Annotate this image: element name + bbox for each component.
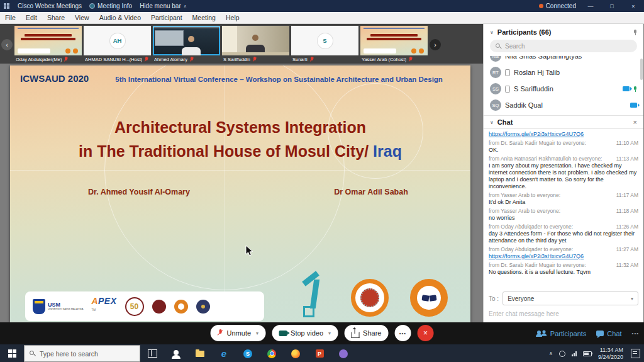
close-button[interactable]: × (626, 3, 640, 9)
chat-message: no worries (489, 215, 638, 222)
video-on-icon[interactable] (623, 86, 630, 91)
chat-input[interactable]: Enter chat message here (484, 307, 643, 322)
app-grid-icon[interactable] (4, 3, 10, 9)
taskbar-search-input[interactable]: Type here to search (24, 345, 140, 362)
taskbar-app-chrome[interactable] (260, 344, 284, 362)
chevron-down-icon[interactable]: ▾ (328, 331, 331, 336)
taskbar-app-powerpoint[interactable]: P (308, 344, 331, 362)
recipient-dropdown[interactable]: Everyone ▾ (502, 291, 638, 305)
caret-up-icon: ∧ (184, 4, 187, 9)
slide-title-line1: Architectural Systems Integration (10, 118, 470, 137)
taskbar-app-skype[interactable]: S (236, 344, 260, 362)
shared-slide-thumbnail (360, 26, 428, 55)
taskbar-app-people[interactable] (164, 344, 188, 362)
windows-logo-icon (8, 349, 16, 358)
connection-status[interactable]: Connected (539, 3, 576, 9)
avatar-tile: S (291, 26, 358, 55)
tray-expand-icon[interactable]: ∧ (549, 351, 553, 356)
connected-dot-icon (539, 4, 543, 8)
chat-recipient-row: To : Everyone ▾ (484, 288, 643, 307)
firefox-icon (291, 349, 300, 358)
menu-edit[interactable]: Edit (21, 12, 42, 23)
muted-mic-icon (309, 57, 314, 62)
participant-name: Yasser Arab (Cohost) (362, 57, 406, 62)
meeting-info-button[interactable]: Meeting Info (89, 3, 132, 9)
chevron-down-icon[interactable]: ▾ (256, 331, 258, 336)
participant-row[interactable]: RT Roslan Hj Talib (484, 64, 643, 81)
share-button[interactable]: Share (344, 325, 388, 341)
filmstrip-next-button[interactable]: › (430, 39, 441, 50)
avatar-initials: AH (110, 33, 125, 48)
taskbar-app-firefox[interactable] (284, 344, 308, 362)
chat-message: day 3 Attendees form - For those who did… (489, 230, 638, 244)
action-center-icon[interactable] (631, 349, 640, 358)
participant-name: AHMAD SANUSI H...(Host) (85, 57, 142, 62)
participant-search-input[interactable]: Search (490, 40, 637, 52)
slide-title-line2: in The Traditional House of Mosul City/ … (10, 142, 470, 161)
stop-video-button[interactable]: Stop video ▾ (272, 325, 338, 341)
participant-row[interactable]: SQ Saddik Qual (484, 97, 643, 113)
chat-panel-header[interactable]: ∨ Chat × (484, 115, 643, 129)
participant-row[interactable]: SS S Sariffuddin (484, 81, 643, 97)
task-view-button[interactable] (140, 344, 164, 362)
leave-meeting-button[interactable]: × (417, 325, 433, 341)
chat-link[interactable]: https://forms.gle/xP2i3sHxicvG4U7Q6 (489, 131, 638, 138)
video-thumb-oday[interactable]: Oday Abdulqader(Me) (14, 26, 82, 64)
taskbar-app-webex[interactable] (331, 344, 355, 362)
taskbar-clock[interactable]: 11:34 AM 9/24/2020 (598, 347, 623, 360)
network-icon[interactable] (572, 351, 577, 356)
taskbar-app-file-explorer[interactable] (188, 344, 212, 362)
menu-view[interactable]: View (70, 12, 94, 23)
more-options-button[interactable]: ••• (394, 325, 411, 341)
menu-help[interactable]: Help (221, 12, 245, 23)
tray-app-icon[interactable] (559, 351, 565, 357)
start-button[interactable] (0, 344, 24, 362)
webcam-video (153, 26, 220, 55)
hide-menu-bar-button[interactable]: Hide menu bar ∧ (140, 3, 187, 9)
logo-band: USM UNIVERSITI SAINS MALAYSIA APEXTM 50 (25, 291, 264, 321)
menu-audio-video[interactable]: Audio & Video (94, 12, 146, 23)
taskbar-app-edge[interactable]: e (212, 344, 236, 362)
video-thumb-sunarti[interactable]: S Sunarti (291, 26, 358, 64)
university-book-logo (410, 279, 448, 317)
avatar: SQ (490, 99, 501, 111)
participant-row[interactable]: NS Nila Shias Saptaningtyas (484, 56, 643, 64)
avatar-initials: S (318, 33, 333, 48)
maximize-button[interactable]: □ (605, 3, 619, 9)
panel-more-button[interactable]: ••• (632, 331, 639, 336)
emblem-logo-3 (196, 300, 210, 314)
participant-name: Ahmed Alomary (154, 57, 187, 62)
video-thumb-yasser[interactable]: Yasser Arab (Cohost) (360, 26, 428, 64)
video-thumb-ahmad-sanusi[interactable]: AH AHMAD SANUSI H...(Host) (84, 26, 151, 64)
video-thumb-sariffuddin[interactable]: S Sariffuddin (222, 26, 289, 64)
participants-panel-button[interactable]: Participants (536, 330, 586, 337)
participants-panel-header[interactable]: ∨ Participants (66) (484, 24, 643, 38)
video-on-icon[interactable] (630, 103, 637, 108)
chat-link[interactable]: https://forms.gle/xP2i3sHxicvG4U7Q6 (489, 253, 638, 260)
chat-meta: from Oday Abdulqader to everyone:11:27 A… (489, 246, 638, 253)
engineering-society-logo (351, 279, 389, 317)
minimize-button[interactable]: — (584, 3, 597, 9)
chat-message-list: https://forms.gle/xP2i3sHxicvG4U7Q6 from… (484, 129, 643, 288)
chat-panel-button[interactable]: Chat (596, 330, 621, 337)
filmstrip-prev-button[interactable]: ‹ (1, 39, 13, 50)
taskbar-search-placeholder: Type here to search (40, 350, 98, 358)
unmute-button[interactable]: Unmute ▾ (211, 325, 266, 341)
participant-name: Sunarti (292, 57, 308, 62)
side-panel: ∨ Participants (66) Search NS Nila Shias… (483, 24, 643, 322)
menu-meeting[interactable]: Meeting (187, 12, 221, 23)
mic-on-icon[interactable] (633, 86, 637, 92)
menu-file[interactable]: File (0, 12, 21, 23)
mic-icon[interactable] (633, 30, 637, 35)
usm-logo: USM UNIVERSITI SAINS MALAYSIA (33, 299, 83, 314)
chat-message: No questions. it is a useful lecture. Tq… (489, 269, 638, 276)
menu-share[interactable]: Share (42, 12, 70, 23)
scrollbar-thumb[interactable] (640, 59, 643, 80)
muted-mic-icon (189, 57, 194, 62)
battery-icon[interactable] (583, 351, 592, 356)
video-thumb-ahmed-alomary[interactable]: Ahmed Alomary (153, 26, 220, 64)
menu-participant[interactable]: Participant (146, 12, 187, 23)
close-chat-icon[interactable]: × (633, 118, 637, 126)
avatar: RT (490, 67, 501, 78)
avatar: SS (490, 83, 501, 94)
